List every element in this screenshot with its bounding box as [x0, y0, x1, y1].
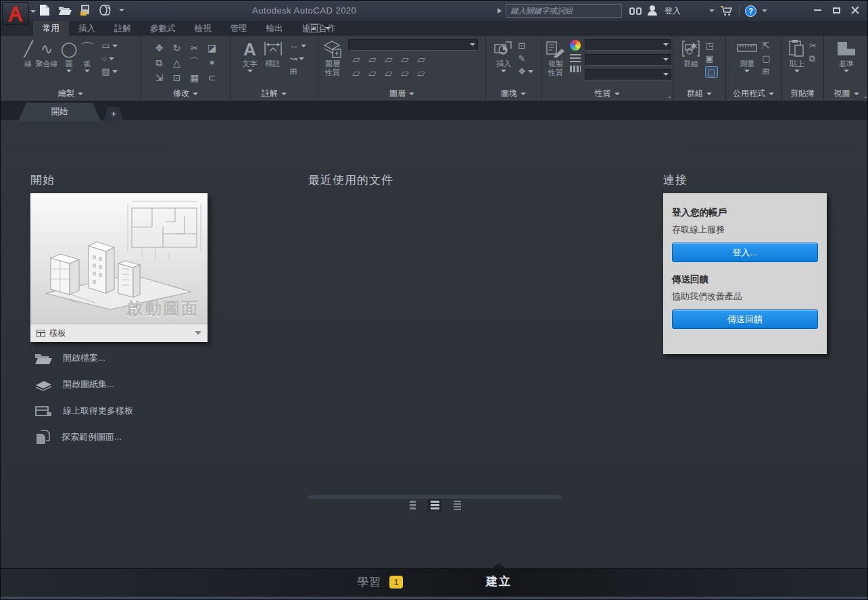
- paste-caret-icon[interactable]: [794, 70, 800, 72]
- minimize-button[interactable]: [808, 1, 827, 19]
- application-menu-button[interactable]: [2, 2, 29, 25]
- ribbon-tab-view[interactable]: 檢視: [185, 21, 221, 36]
- panel-label-clipboard[interactable]: 剪貼簿: [781, 88, 823, 99]
- group-edit-button[interactable]: ▣: [705, 53, 717, 64]
- panel-label-draw[interactable]: 繪製: [1, 88, 141, 99]
- start-drawing-thumbnail[interactable]: 啟動圖面: [30, 193, 208, 324]
- insert-caret-icon[interactable]: [501, 70, 506, 72]
- plot-icon[interactable]: [99, 3, 112, 17]
- tool-hatch-button[interactable]: ▨: [101, 66, 117, 76]
- group-button[interactable]: 群組: [681, 38, 701, 68]
- base-view-caret-icon[interactable]: [844, 70, 849, 72]
- properties-dialog-launcher-icon[interactable]: ⌟: [668, 92, 671, 99]
- layer-freeze-icon[interactable]: ▱: [381, 53, 397, 66]
- fillet-icon[interactable]: ⌒: [186, 55, 203, 70]
- move-icon[interactable]: ✥: [151, 41, 168, 55]
- caret-icon[interactable]: [528, 70, 533, 73]
- tool-text-button[interactable]: A 文字: [243, 38, 258, 72]
- tool-table-button[interactable]: ⊞: [290, 66, 306, 76]
- panel-label-groups[interactable]: 群組: [673, 88, 725, 99]
- save-icon[interactable]: [78, 3, 92, 17]
- ribbon-collapse-caret-icon[interactable]: [325, 27, 331, 30]
- ungroup-button[interactable]: ◳: [705, 41, 717, 51]
- base-view-button[interactable]: 基準: [835, 38, 858, 72]
- send-feedback-button[interactable]: 傳送回饋: [672, 309, 818, 329]
- erase-icon[interactable]: ◪: [203, 41, 221, 55]
- paste-button[interactable]: 貼上: [788, 38, 806, 72]
- caret-icon[interactable]: [301, 45, 306, 47]
- maximize-button[interactable]: [827, 1, 846, 19]
- templates-dropdown[interactable]: 樣板: [30, 324, 208, 342]
- layer-unlock-icon[interactable]: ▱: [397, 66, 413, 80]
- panel-label-annotation[interactable]: 註解: [231, 88, 318, 99]
- measure-button[interactable]: 測量: [736, 38, 758, 72]
- search-binoculars-icon[interactable]: [629, 6, 642, 16]
- circle-caret-icon[interactable]: [66, 70, 72, 72]
- ribbon-tab-insert[interactable]: 插入: [69, 21, 105, 36]
- copy-icon[interactable]: ⧉: [151, 55, 168, 70]
- match-properties-button[interactable]: 複製 性質: [546, 38, 566, 77]
- ribbon-tab-manage[interactable]: 管理: [221, 21, 257, 36]
- trim-icon[interactable]: ✂: [186, 41, 203, 55]
- start-drawing-card[interactable]: 啟動圖面 樣板: [30, 193, 208, 342]
- layer-match-icon[interactable]: ▱: [413, 53, 429, 66]
- panel-label-properties[interactable]: 性質: [541, 88, 673, 99]
- linetype-dropdown[interactable]: [585, 69, 671, 80]
- text-caret-icon[interactable]: [247, 70, 253, 72]
- panel-label-block[interactable]: 圖塊: [486, 88, 541, 99]
- search-expand-icon[interactable]: [498, 8, 502, 14]
- ribbon-tab-annotate[interactable]: 註解: [105, 21, 141, 36]
- tool-ellipse-button[interactable]: ○: [101, 53, 117, 64]
- group-selection-toggle[interactable]: ▢: [705, 66, 717, 78]
- layer-properties-button[interactable]: 圖層 性質: [322, 38, 343, 77]
- help-caret-icon[interactable]: [762, 9, 767, 12]
- tool-leader-button[interactable]: ↝: [290, 53, 306, 64]
- layer-isolate-icon[interactable]: ▱: [364, 53, 381, 66]
- tool-arc-button[interactable]: ⌒ 弧: [80, 38, 95, 72]
- layer-unisolate-icon[interactable]: ▱: [364, 66, 381, 80]
- lineweight-dropdown[interactable]: [585, 54, 671, 66]
- arc-caret-icon[interactable]: [85, 70, 90, 72]
- array-icon[interactable]: ▦: [186, 70, 203, 85]
- tool-circle-button[interactable]: ◯ 圓: [61, 38, 78, 72]
- tool-linear-dim-button[interactable]: ↔: [290, 41, 306, 51]
- quick-select-button[interactable]: ⇱: [762, 41, 770, 51]
- sign-in-caret-icon[interactable]: [709, 9, 715, 12]
- sign-in-action-button[interactable]: 登入...: [672, 243, 818, 262]
- block-attributes-button[interactable]: ❖: [518, 66, 533, 76]
- scale-icon[interactable]: ⊡: [168, 70, 186, 85]
- panel-label-modify[interactable]: 修改: [141, 88, 230, 99]
- caret-icon[interactable]: [299, 57, 304, 60]
- layer-thaw-icon[interactable]: ▱: [381, 66, 397, 80]
- list-view-button[interactable]: [450, 499, 464, 511]
- thumbnail-list-view-button[interactable]: [427, 499, 442, 511]
- object-color-dropdown[interactable]: [585, 39, 671, 51]
- tool-rectangle-button[interactable]: ▭: [101, 41, 117, 51]
- ribbon-tab-home[interactable]: 常用: [33, 21, 69, 36]
- panel-label-layers[interactable]: 圖層: [318, 88, 485, 99]
- select-all-button[interactable]: ▢: [762, 53, 770, 64]
- open-folder-icon[interactable]: [58, 3, 72, 17]
- app-store-cart-icon[interactable]: [720, 5, 733, 16]
- panel-label-utilities[interactable]: 公用程式: [726, 88, 781, 99]
- open-sheet-set-link[interactable]: 開啟圖紙集...: [34, 377, 133, 392]
- sign-in-button[interactable]: 登入: [665, 5, 681, 17]
- help-icon[interactable]: ?: [745, 5, 756, 17]
- offset-icon[interactable]: ⊂: [203, 70, 221, 85]
- learn-page-button[interactable]: 學習 1: [357, 574, 403, 590]
- thumbnail-view-button[interactable]: [405, 499, 420, 511]
- caret-icon[interactable]: [109, 57, 114, 60]
- layer-off-icon[interactable]: ▱: [348, 53, 364, 66]
- panel-label-view[interactable]: 視圖: [824, 88, 868, 99]
- ribbon-tab-output[interactable]: 輸出: [257, 21, 293, 36]
- app-menu-caret-icon[interactable]: [30, 10, 36, 13]
- tool-polyline-button[interactable]: ∿ 聚合線: [36, 38, 58, 68]
- rotate-icon[interactable]: ↻: [168, 41, 186, 55]
- file-tab-start[interactable]: 開始: [18, 103, 101, 121]
- ribbon-tab-parametric[interactable]: 參數式: [141, 21, 185, 36]
- explode-icon[interactable]: ✶: [203, 55, 221, 70]
- measure-caret-icon[interactable]: [744, 70, 750, 72]
- create-block-button[interactable]: ⊡: [518, 41, 533, 51]
- layer-on-icon[interactable]: ▱: [348, 66, 364, 80]
- mirror-icon[interactable]: △: [168, 55, 186, 70]
